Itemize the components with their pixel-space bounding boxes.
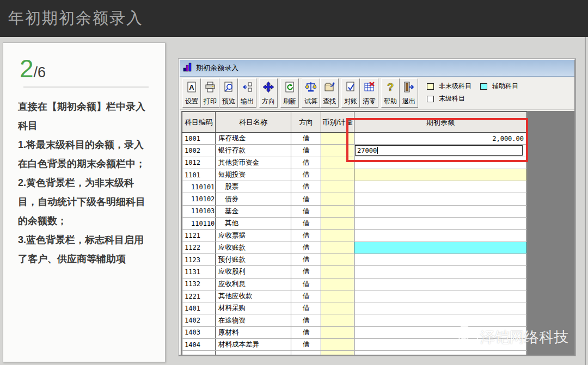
balance-cell[interactable] [354, 253, 527, 265]
currency-cell[interactable] [321, 351, 354, 355]
account-code-cell[interactable]: 110103 [182, 205, 216, 217]
balance-cell[interactable] [354, 302, 527, 314]
direction-cell[interactable]: 借 [291, 302, 321, 314]
account-name-cell[interactable]: 短期投资 [216, 169, 291, 181]
currency-cell[interactable] [321, 242, 354, 253]
account-name-cell[interactable]: 其他货币资金 [216, 157, 291, 169]
direction-cell[interactable]: 借 [291, 242, 321, 253]
account-name-cell[interactable] [216, 351, 291, 355]
trial-balance-button[interactable]: 试算 [302, 78, 320, 108]
account-code-cell[interactable] [182, 351, 216, 355]
preview-button[interactable]: 预览 [219, 78, 238, 108]
account-code-cell[interactable]: 1002 [182, 145, 216, 157]
print-button[interactable]: 打印 [201, 78, 219, 108]
direction-cell[interactable]: 借 [291, 181, 321, 193]
balance-cell[interactable] [354, 169, 527, 181]
direction-cell[interactable]: 借 [291, 266, 321, 278]
account-code-cell[interactable]: 1012 [182, 157, 216, 169]
direction-cell[interactable]: 借 [291, 218, 321, 230]
settings-button[interactable]: A设置 [182, 78, 201, 108]
window-titlebar[interactable]: 期初余额录入 [180, 60, 574, 77]
currency-cell[interactable] [321, 169, 354, 181]
balance-cell[interactable] [354, 193, 527, 205]
account-code-cell[interactable]: 1402 [182, 314, 216, 326]
direction-cell[interactable]: 借 [291, 339, 321, 351]
currency-cell[interactable] [321, 290, 354, 302]
currency-cell[interactable] [321, 278, 354, 290]
balance-cell[interactable] [354, 218, 527, 230]
direction-button[interactable]: 方向 [259, 78, 278, 108]
account-name-cell[interactable]: 股票 [216, 181, 291, 193]
export-button[interactable]: 输出 [238, 78, 256, 108]
account-code-cell[interactable]: 1221 [182, 290, 216, 302]
account-name-cell[interactable]: 银行存款 [216, 145, 291, 157]
account-code-cell[interactable]: 110101 [182, 181, 216, 193]
account-name-cell[interactable]: 其他应收款 [216, 290, 291, 302]
account-name-cell[interactable]: 应收账款 [216, 242, 291, 253]
direction-cell[interactable]: 借 [291, 230, 321, 242]
balance-cell[interactable] [354, 351, 527, 355]
account-code-cell[interactable]: 110102 [182, 193, 216, 205]
direction-cell[interactable]: 借 [291, 205, 321, 217]
account-name-cell[interactable]: 材料采购 [216, 302, 291, 314]
direction-cell[interactable]: 借 [291, 157, 321, 169]
account-code-cell[interactable]: 1131 [182, 266, 216, 278]
account-name-cell[interactable]: 其他 [216, 218, 291, 230]
account-code-cell[interactable]: 1122 [182, 242, 216, 253]
account-code-cell[interactable]: 1403 [182, 326, 216, 338]
currency-cell[interactable] [321, 193, 354, 205]
currency-cell[interactable] [321, 253, 354, 265]
balance-cell[interactable] [354, 181, 527, 193]
currency-cell[interactable] [321, 302, 354, 314]
direction-cell[interactable]: 借 [291, 314, 321, 326]
account-code-cell[interactable]: 1001 [182, 133, 216, 145]
account-name-cell[interactable]: 库存现金 [216, 133, 291, 145]
refresh-button[interactable]: 刷新 [280, 78, 299, 108]
direction-cell[interactable]: 借 [291, 145, 321, 157]
account-name-cell[interactable]: 预付账款 [216, 253, 291, 265]
account-name-cell[interactable]: 应收票据 [216, 230, 291, 242]
direction-cell[interactable]: 借 [291, 169, 321, 181]
exit-button[interactable]: 退出 [400, 78, 418, 108]
account-name-cell[interactable]: 债券 [216, 193, 291, 205]
account-name-cell[interactable]: 在途物资 [216, 314, 291, 326]
direction-cell[interactable]: 借 [291, 193, 321, 205]
currency-cell[interactable] [321, 218, 354, 230]
reconcile-button[interactable]: 对账 [341, 78, 360, 108]
balance-cell[interactable] [354, 278, 527, 290]
currency-cell[interactable] [321, 230, 354, 242]
currency-cell[interactable] [321, 181, 354, 193]
find-button[interactable]: 查找 [320, 78, 339, 108]
account-code-cell[interactable]: 1404 [182, 339, 216, 351]
currency-cell[interactable] [321, 326, 354, 338]
account-name-cell[interactable]: 应收股利 [216, 266, 291, 278]
balance-cell[interactable] [354, 290, 527, 302]
account-name-cell[interactable]: 原材料 [216, 326, 291, 338]
currency-cell[interactable] [321, 266, 354, 278]
currency-cell[interactable] [321, 205, 354, 217]
account-code-cell[interactable]: 110110 [182, 218, 216, 230]
help-button[interactable]: ?帮助 [381, 78, 400, 108]
direction-cell[interactable] [291, 351, 321, 355]
currency-cell[interactable] [321, 314, 354, 326]
account-code-cell[interactable]: 1401 [182, 302, 216, 314]
currency-cell[interactable] [321, 339, 354, 351]
balance-cell[interactable] [354, 242, 527, 253]
toolbar-button-label: 对账 [344, 97, 357, 106]
direction-cell[interactable]: 借 [291, 253, 321, 265]
direction-cell[interactable]: 借 [291, 290, 321, 302]
account-name-cell[interactable]: 材料成本差异 [216, 339, 291, 351]
account-code-cell[interactable]: 1123 [182, 253, 216, 265]
account-name-cell[interactable]: 基金 [216, 205, 291, 217]
direction-cell[interactable]: 借 [291, 326, 321, 338]
direction-cell[interactable]: 借 [291, 278, 321, 290]
account-code-cell[interactable]: 1121 [182, 230, 216, 242]
direction-cell[interactable]: 借 [291, 133, 321, 145]
balance-cell[interactable] [354, 230, 527, 242]
account-name-cell[interactable]: 应收利息 [216, 278, 291, 290]
account-code-cell[interactable]: 1101 [182, 169, 216, 181]
account-code-cell[interactable]: 1132 [182, 278, 216, 290]
balance-cell[interactable] [354, 205, 527, 217]
balance-cell[interactable] [354, 266, 527, 278]
clear-zero-button[interactable]: 清零 [360, 78, 378, 108]
